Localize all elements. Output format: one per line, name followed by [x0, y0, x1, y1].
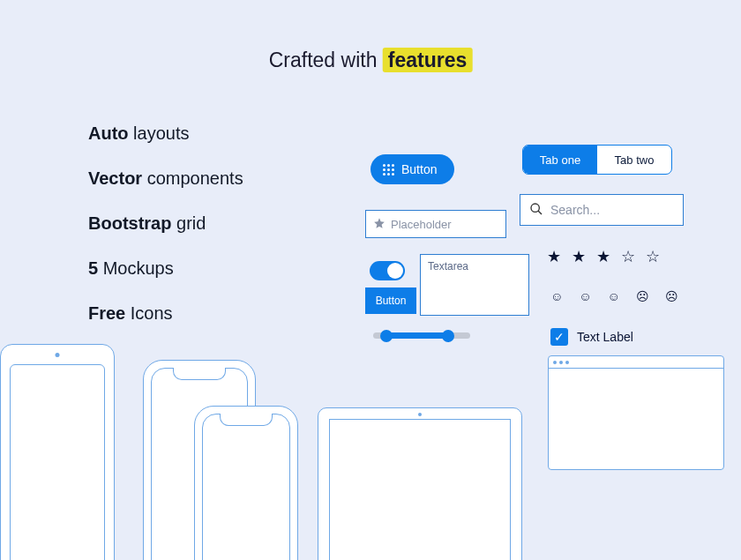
pill-button-label: Button [401, 162, 437, 176]
emoji-icon[interactable]: ☹ [665, 289, 678, 303]
star-empty-icon[interactable]: ☆ [646, 247, 660, 266]
star-icon [373, 217, 385, 232]
emoji-rating[interactable]: ☺ ☺ ☺ ☹ ☹ [550, 289, 678, 303]
svg-point-0 [531, 204, 539, 212]
input-placeholder: Placeholder [391, 218, 452, 231]
textarea[interactable]: Textarea [420, 254, 529, 316]
page-heading: Crafted with features [269, 49, 473, 72]
tab-two[interactable]: Tab two [597, 146, 671, 174]
feature-item: Auto layouts [88, 123, 243, 144]
pill-button[interactable]: Button [370, 154, 454, 184]
range-slider[interactable] [373, 332, 470, 339]
star-filled-icon[interactable]: ★ [572, 247, 586, 266]
feature-item: Bootstrap grid [88, 213, 243, 234]
square-button[interactable]: Button [365, 287, 416, 314]
star-filled-icon[interactable]: ★ [547, 247, 561, 266]
emoji-icon[interactable]: ☺ [579, 289, 591, 303]
search-input[interactable]: Search... [520, 194, 684, 226]
search-icon [529, 202, 543, 219]
heading-prefix: Crafted with [269, 49, 383, 71]
star-rating[interactable]: ★ ★ ★ ☆ ☆ [547, 247, 660, 266]
checkbox-field[interactable]: ✓ Text Label [550, 328, 633, 346]
tab-group: Tab one Tab two [522, 145, 672, 175]
feature-item: Free Icons [88, 303, 243, 324]
feature-list: Auto layouts Vector components Bootstrap… [88, 123, 243, 348]
square-button-label: Button [376, 295, 407, 307]
star-filled-icon[interactable]: ★ [596, 247, 610, 266]
feature-item: Vector components [88, 168, 243, 189]
svg-line-1 [538, 211, 542, 214]
phone-mockup [194, 406, 298, 560]
emoji-icon[interactable]: ☺ [608, 289, 620, 303]
tab-one[interactable]: Tab one [523, 146, 597, 174]
textarea-placeholder: Textarea [428, 260, 468, 273]
search-placeholder: Search... [550, 203, 600, 217]
checkbox-icon[interactable]: ✓ [550, 328, 568, 346]
grid-icon [383, 164, 394, 175]
browser-mockup [548, 355, 724, 470]
heading-highlight: features [383, 48, 472, 72]
checkbox-label: Text Label [577, 330, 633, 344]
slider-fill [385, 332, 446, 339]
emoji-icon[interactable]: ☺ [550, 289, 563, 303]
laptop-mockup [307, 407, 533, 560]
text-input[interactable]: Placeholder [365, 210, 506, 238]
toggle-switch[interactable] [370, 261, 405, 280]
slider-thumb-start[interactable] [380, 330, 393, 342]
emoji-icon[interactable]: ☹ [636, 289, 649, 303]
tablet-mockup [0, 344, 115, 560]
browser-titlebar [549, 356, 723, 369]
slider-thumb-end[interactable] [442, 330, 454, 342]
star-empty-icon[interactable]: ☆ [621, 247, 635, 266]
feature-item: 5 Mockups [88, 258, 243, 279]
